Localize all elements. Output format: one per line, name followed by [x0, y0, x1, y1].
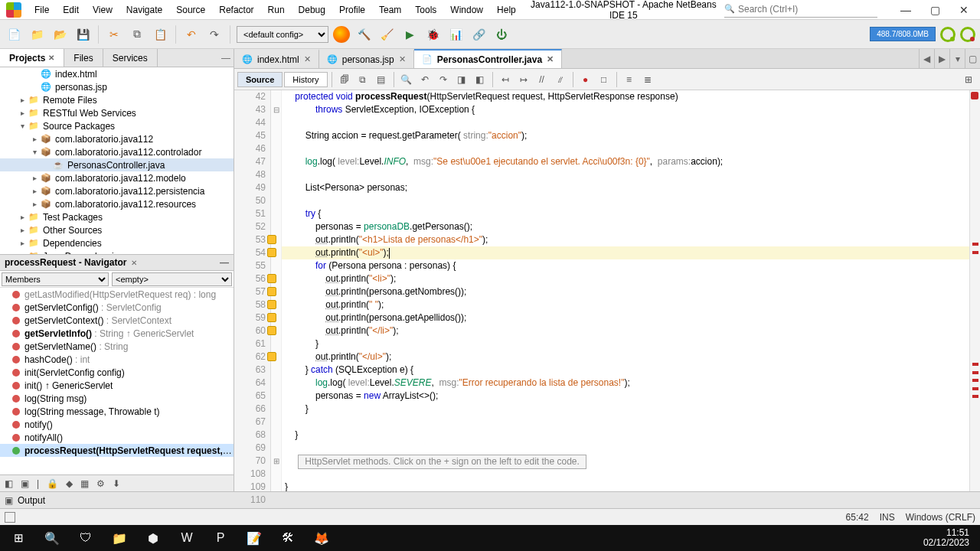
menu-view[interactable]: View — [86, 0, 119, 20]
profile-icon[interactable]: 📊 — [446, 25, 465, 44]
tree-item[interactable]: ▸📦com.laboratorio.java112.modelo — [0, 171, 234, 184]
editor-tab-personas[interactable]: 🌐personas.jsp✕ — [319, 49, 414, 68]
stop-macro-icon[interactable]: □ — [596, 71, 612, 88]
navigator-item[interactable]: getLastModified(HttpServletRequest req) … — [0, 288, 234, 301]
new-project-icon[interactable]: 📁 — [28, 25, 46, 44]
word-icon[interactable]: W — [172, 527, 202, 549]
select-icon[interactable]: ◧ — [472, 71, 488, 88]
split-icon[interactable]: ⊞ — [960, 71, 977, 88]
run-config-select[interactable]: <default config> — [237, 26, 328, 43]
tree-item[interactable]: 🌐personas.jsp — [0, 80, 234, 93]
tab-dropdown-icon[interactable]: ▾ — [949, 49, 965, 68]
menu-source[interactable]: Source — [169, 0, 212, 20]
tree-item[interactable]: ▸📁Remote Files — [0, 93, 234, 106]
navigator-item[interactable]: getServletInfo() : String ↑ GenericServl… — [0, 327, 234, 340]
navigator-item[interactable]: hashCode() : int — [0, 353, 234, 366]
menu-run[interactable]: Run — [261, 0, 292, 20]
navigator-item[interactable]: init(ServletConfig config) — [0, 366, 234, 379]
nav-tbtn-icon[interactable]: 🔒 — [47, 478, 58, 489]
shift-right-icon[interactable]: ↦ — [515, 71, 532, 88]
powerpoint-icon[interactable]: P — [205, 527, 236, 549]
navigator-item[interactable]: getServletName() : String — [0, 340, 234, 353]
stop-icon[interactable]: ⏻ — [492, 25, 511, 44]
menu-navigate[interactable]: Navigate — [119, 0, 169, 20]
nav-tbtn-icon[interactable]: ◧ — [5, 478, 13, 489]
browser-icon[interactable] — [333, 26, 350, 43]
projects-tree[interactable]: 🌐index.html🌐personas.jsp▸📁Remote Files▸📁… — [0, 67, 234, 254]
insert-mode[interactable]: INS — [880, 512, 895, 523]
menu-tools[interactable]: Tools — [408, 0, 443, 20]
save-all-icon[interactable]: 💾 — [74, 25, 92, 44]
navigator-item[interactable]: processRequest(HttpServletRequest reques… — [0, 444, 234, 457]
brave-icon[interactable]: 🛡 — [70, 527, 101, 549]
nav-tbtn-icon[interactable]: ▣ — [21, 478, 29, 489]
minimize-button[interactable]: — — [893, 2, 919, 18]
close-icon[interactable]: ✕ — [131, 259, 137, 267]
debug-icon[interactable]: 🐞 — [423, 25, 442, 44]
notepad-icon[interactable]: 📝 — [239, 527, 270, 549]
nav-back-icon[interactable]: 🗐 — [336, 71, 353, 88]
tab-max-icon[interactable]: ▢ — [965, 49, 980, 68]
tree-item[interactable]: 🌐index.html — [0, 67, 234, 80]
format2-icon[interactable]: ≣ — [639, 71, 656, 88]
run-icon[interactable]: ▶ — [400, 25, 419, 44]
explorer-icon[interactable]: 📁 — [104, 527, 135, 549]
find-icon[interactable]: 🔍 — [398, 71, 415, 88]
tree-item[interactable]: ▸📦com.laboratorio.java112 — [0, 132, 234, 145]
tree-item[interactable]: ▾📁Source Packages — [0, 119, 234, 132]
menu-debug[interactable]: Debug — [292, 0, 332, 20]
nav-tbtn-icon[interactable]: ⚙ — [96, 478, 105, 489]
menu-window[interactable]: Window — [443, 0, 490, 20]
open-project-icon[interactable]: 📂 — [51, 25, 69, 44]
search-input[interactable] — [724, 2, 877, 18]
error-stripe[interactable] — [969, 90, 980, 491]
tree-item[interactable]: ▸📁RESTful Web Services — [0, 106, 234, 119]
firefox-icon[interactable]: 🦊 — [306, 527, 337, 549]
tab-files[interactable]: Files — [64, 49, 103, 67]
panel-minimize-icon[interactable]: — — [220, 257, 229, 268]
navigator-item[interactable]: getServletContext() : ServletContext — [0, 314, 234, 327]
tree-item[interactable]: ▾📦com.laboratorio.java112.controlador — [0, 145, 234, 158]
menu-team[interactable]: Team — [372, 0, 408, 20]
navigator-item[interactable]: getServletConfig() : ServletConfig — [0, 301, 234, 314]
editor-tab-index[interactable]: 🌐index.html✕ — [234, 49, 319, 68]
nav-tbtn-icon[interactable]: | — [37, 478, 39, 489]
services-green-icon[interactable] — [940, 27, 956, 42]
app-icon[interactable]: ⬢ — [138, 527, 168, 549]
menu-edit[interactable]: Edit — [56, 0, 86, 20]
output-panel-tab[interactable]: ▣ Output — [0, 491, 980, 508]
search-icon[interactable]: 🔍 — [37, 527, 67, 549]
tree-item[interactable]: ☕PersonasController.java — [0, 158, 234, 171]
tab-projects[interactable]: Projects✕ — [0, 49, 64, 67]
navigator-list[interactable]: getLastModified(HttpServletRequest req) … — [0, 288, 234, 474]
start-button[interactable]: ⊞ — [3, 527, 34, 549]
attach-icon[interactable]: 🔗 — [469, 25, 488, 44]
nav-tbtn-icon[interactable]: ⬇ — [113, 478, 120, 489]
find-prev-icon[interactable]: ↶ — [416, 71, 433, 88]
tree-item[interactable]: ▸📦com.laboratorio.java112.persistencia — [0, 184, 234, 197]
heap-usage[interactable]: 488.7/808.0MB — [870, 27, 936, 41]
maximize-button[interactable]: ▢ — [922, 2, 948, 18]
record-macro-icon[interactable]: ● — [577, 71, 594, 88]
clock[interactable]: 11:5102/12/2023 — [916, 528, 977, 548]
build-icon[interactable]: 🔨 — [354, 25, 373, 44]
nav-fwd-icon[interactable]: ⧉ — [354, 71, 371, 88]
new-file-icon[interactable]: 📄 — [5, 25, 23, 44]
view-source-button[interactable]: Source — [237, 72, 283, 87]
navigator-item[interactable]: notify() — [0, 418, 234, 431]
navigator-view-select[interactable]: Members — [2, 272, 109, 286]
menu-help[interactable]: Help — [490, 0, 523, 20]
nav-tbtn-icon[interactable]: ◆ — [66, 478, 73, 489]
cut-icon[interactable]: ✂ — [105, 25, 123, 44]
tab-next-icon[interactable]: ▶ — [934, 49, 949, 68]
tree-item[interactable]: ▸📁Dependencies — [0, 236, 234, 249]
tool-icon[interactable]: 🛠 — [273, 527, 303, 549]
format-icon[interactable]: ≡ — [621, 71, 638, 88]
services-red-icon[interactable] — [960, 27, 975, 42]
navigator-item[interactable]: notifyAll() — [0, 431, 234, 444]
redo-icon[interactable]: ↷ — [205, 25, 224, 44]
copy-icon[interactable]: ⧉ — [128, 25, 146, 44]
toggle-icon[interactable]: ▤ — [373, 71, 390, 88]
menu-file[interactable]: File — [28, 0, 56, 20]
close-button[interactable]: ✕ — [951, 2, 977, 18]
